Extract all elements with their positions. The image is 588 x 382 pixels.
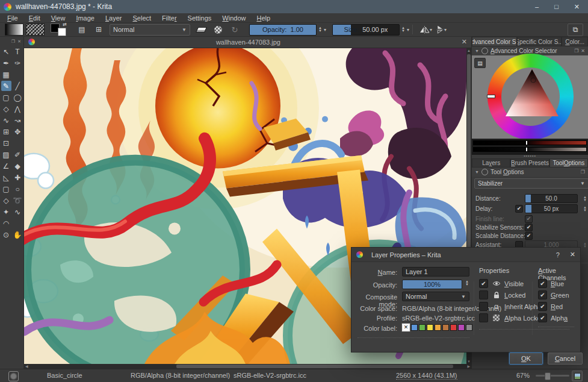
- color-label-purple[interactable]: [458, 324, 465, 331]
- tab-brush-presets[interactable]: Brush Presets: [510, 158, 549, 168]
- vertical-scroll-thumb[interactable]: [467, 54, 471, 275]
- layer-opacity-spinner[interactable]: ▲▼: [463, 280, 471, 286]
- polygon-tool[interactable]: ◇: [1, 104, 11, 114]
- document-titlebar[interactable]: wallhaven-447083.jpg ✕: [24, 37, 471, 48]
- assistants-tool[interactable]: ◺: [1, 172, 11, 183]
- stabilizer-combo[interactable]: Stabilizer ▼: [474, 178, 588, 189]
- reload-preset-button[interactable]: ↻: [227, 24, 242, 36]
- eraser-mode-button[interactable]: [194, 24, 208, 36]
- mirror-horizontal-button[interactable]: ▾: [419, 26, 432, 34]
- menu-help[interactable]: Help: [252, 14, 275, 22]
- distance-spinner[interactable]: ▲▼: [583, 196, 587, 202]
- size-caret-icon[interactable]: ▾: [407, 27, 409, 33]
- brush-presets-button[interactable]: ⊞: [91, 24, 106, 36]
- gradient-tool[interactable]: ▨: [1, 149, 11, 160]
- dialog-titlebar[interactable]: Layer Properties – Krita ? ✕: [351, 248, 580, 262]
- blue-checkbox[interactable]: ✔: [538, 279, 547, 288]
- minimize-button[interactable]: –: [535, 3, 539, 11]
- scroll-down-icon[interactable]: ▼: [466, 360, 471, 363]
- background-color[interactable]: [58, 28, 66, 36]
- line-tool[interactable]: ╱: [13, 81, 23, 91]
- dialog-close-button[interactable]: ✕: [570, 251, 575, 258]
- fill-tool[interactable]: ◆: [13, 161, 23, 171]
- similar-select-tool[interactable]: ✦: [1, 207, 11, 217]
- inherit-alpha-checkbox[interactable]: [479, 302, 488, 311]
- red-checkbox[interactable]: ✔: [538, 302, 547, 311]
- preserve-alpha-button[interactable]: [211, 24, 225, 36]
- move-tool[interactable]: ✥: [13, 127, 23, 137]
- foreground-background-colors[interactable]: ⇄: [51, 23, 66, 36]
- shade-strip-2[interactable]: [473, 147, 587, 152]
- zoom-slider-thumb[interactable]: [545, 372, 551, 380]
- size-spinner[interactable]: ▲▼: [400, 27, 407, 33]
- image-dimensions[interactable]: 2560 x 1440 (43.1M): [396, 372, 457, 380]
- ok-button[interactable]: OK: [509, 352, 543, 365]
- collapse-icon[interactable]: ▼: [475, 49, 479, 53]
- menu-settings[interactable]: Settings: [183, 14, 217, 22]
- bezier-curve-tool[interactable]: ∿: [1, 115, 11, 125]
- tab-advanced-color-selector[interactable]: Advanced Color S...: [472, 37, 517, 46]
- hue-wheel[interactable]: [487, 54, 574, 140]
- mirror-vertical-button[interactable]: ▾: [436, 25, 447, 34]
- cancel-button[interactable]: Cancel: [548, 352, 583, 365]
- rectangular-select-tool[interactable]: ▢: [1, 184, 11, 194]
- color-label-gray[interactable]: [466, 324, 472, 331]
- pattern-chooser[interactable]: [26, 23, 45, 36]
- mirror-v-caret-icon[interactable]: ▾: [444, 27, 447, 33]
- magnetic-select-tool[interactable]: ◠: [1, 218, 11, 228]
- distance-slider[interactable]: 50.0: [525, 194, 578, 203]
- freehand-brush-tool[interactable]: ✎: [1, 81, 11, 91]
- polygonal-select-tool[interactable]: ◇: [1, 195, 11, 205]
- delay-slider[interactable]: 50 px: [525, 204, 578, 213]
- advanced-color-selector[interactable]: ▤: [472, 55, 588, 139]
- visible-checkbox[interactable]: ✔: [479, 279, 488, 288]
- tab-specific-color-selector[interactable]: Specific Color S...: [517, 37, 562, 46]
- stabilize-sensors-checkbox[interactable]: ✔: [525, 224, 533, 231]
- alpha-checkbox[interactable]: ✔: [538, 313, 547, 322]
- composite-mode-combo[interactable]: Normal ▼: [402, 292, 469, 301]
- toolbox-float-icon[interactable]: ❐: [11, 39, 15, 44]
- ellipse-tool[interactable]: ◯: [13, 92, 23, 102]
- toolbox-close-icon[interactable]: ✕: [17, 39, 21, 44]
- pattern-edit-tool[interactable]: ▦: [1, 69, 11, 80]
- channel-blue-row[interactable]: ✔ Blue: [538, 279, 564, 288]
- float-docker-icon[interactable]: ❐: [581, 169, 585, 175]
- alpha-locked-row[interactable]: Alpha Locked: [479, 313, 545, 322]
- shade-strip-1[interactable]: [473, 140, 587, 145]
- color-label-none[interactable]: ✕: [402, 324, 410, 331]
- finish-line-checkbox[interactable]: ✔: [525, 215, 533, 223]
- pan-tool[interactable]: ✋: [13, 230, 23, 240]
- polyline-tool[interactable]: ⋀: [13, 104, 23, 114]
- green-checkbox[interactable]: ✔: [538, 290, 547, 299]
- sv-triangle[interactable]: [502, 67, 560, 125]
- menu-edit[interactable]: Edit: [24, 14, 45, 22]
- menu-window[interactable]: Window: [217, 14, 250, 22]
- name-input[interactable]: Layer 1: [402, 267, 469, 277]
- color-label-green[interactable]: [419, 324, 426, 331]
- mirror-h-caret-icon[interactable]: ▾: [430, 27, 432, 33]
- calligraphy-tool[interactable]: ✑: [13, 58, 23, 68]
- swap-colors-icon[interactable]: ⇄: [63, 22, 67, 27]
- menu-layer[interactable]: Layer: [101, 14, 127, 22]
- horizontal-scroll-thumb[interactable]: [176, 365, 454, 368]
- freehand-path-tool[interactable]: ↝: [13, 115, 23, 125]
- elliptical-select-tool[interactable]: ○: [13, 184, 23, 194]
- shade-strips[interactable]: [472, 139, 588, 155]
- bezier-select-tool[interactable]: ∿: [13, 207, 23, 217]
- menu-image[interactable]: Image: [71, 14, 99, 22]
- document-close-icon[interactable]: ✕: [462, 38, 467, 46]
- layer-opacity-slider[interactable]: 100%: [402, 280, 462, 289]
- close-docker-icon[interactable]: ✕: [581, 48, 585, 54]
- measure-tool[interactable]: ∠: [1, 161, 11, 171]
- text-tool[interactable]: T: [13, 46, 23, 57]
- tab-layers[interactable]: Layers: [472, 158, 510, 168]
- scroll-up-icon[interactable]: ▲: [466, 49, 471, 52]
- crop-tool[interactable]: ⊡: [1, 138, 11, 148]
- locked-checkbox[interactable]: [479, 290, 488, 299]
- transform-tool[interactable]: ⊞: [1, 127, 11, 137]
- brush-preview-icon[interactable]: [8, 371, 19, 381]
- edit-shapes-tool[interactable]: ✒: [1, 58, 11, 68]
- tab-tool-options[interactable]: Tool Options: [549, 158, 588, 168]
- color-label-orange[interactable]: [435, 324, 441, 331]
- tool-options-header[interactable]: ▼ Tool Options ❐: [472, 168, 588, 177]
